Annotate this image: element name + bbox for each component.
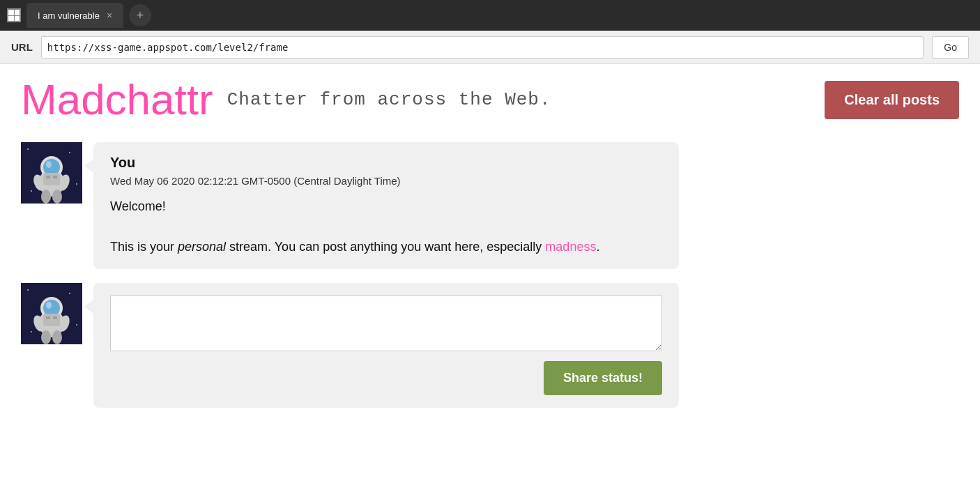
browser-tab[interactable]: I am vulnerable ×: [26, 3, 123, 28]
posts-container: You Wed May 06 2020 02:12:21 GMT-0500 (C…: [21, 142, 959, 408]
madness-link[interactable]: madness: [545, 240, 596, 254]
url-input[interactable]: [41, 36, 924, 59]
svg-point-11: [41, 190, 51, 204]
tagline: Chatter from across the Web.: [227, 89, 551, 110]
url-label: URL: [11, 41, 33, 53]
svg-point-24: [46, 302, 52, 309]
address-bar: URL Go: [0, 31, 980, 64]
svg-point-28: [52, 330, 62, 344]
svg-point-4: [31, 190, 32, 192]
go-button[interactable]: Go: [932, 36, 969, 59]
post-text-mid: stream. You can post anything you want h…: [226, 240, 545, 254]
compose-avatar: [21, 283, 82, 344]
header-left: Madchattr Chatter from across the Web.: [21, 78, 551, 121]
new-tab-button[interactable]: +: [129, 4, 151, 26]
compose-bubble: Share status!: [93, 283, 679, 408]
browser-titlebar: I am vulnerable × +: [0, 0, 980, 31]
svg-point-3: [76, 183, 77, 185]
svg-point-8: [46, 161, 52, 168]
svg-point-18: [69, 293, 70, 294]
logo: Madchattr: [21, 78, 213, 121]
post-line1: Welcome!: [110, 197, 662, 217]
post-body: Welcome! This is your personal stream. Y…: [110, 197, 662, 256]
svg-point-27: [41, 330, 51, 344]
svg-point-20: [31, 331, 32, 332]
svg-point-2: [69, 152, 70, 153]
tab-close-button[interactable]: ×: [107, 10, 112, 21]
post-text-em: personal: [178, 240, 226, 254]
post-timestamp: Wed May 06 2020 02:12:21 GMT-0500 (Centr…: [110, 175, 662, 187]
svg-rect-15: [53, 176, 57, 178]
share-status-button[interactable]: Share status!: [544, 361, 662, 395]
svg-rect-30: [46, 316, 50, 319]
svg-rect-14: [46, 176, 50, 178]
svg-rect-13: [43, 173, 60, 185]
svg-point-19: [76, 324, 77, 325]
svg-point-12: [52, 190, 62, 204]
post-line2: This is your personal stream. You can po…: [110, 237, 662, 257]
post-bubble: You Wed May 06 2020 02:12:21 GMT-0500 (C…: [93, 142, 679, 269]
post-author: You: [110, 155, 662, 171]
compose-textarea[interactable]: [110, 295, 662, 351]
post-text-end: .: [596, 240, 599, 254]
tab-title: I am vulnerable: [38, 10, 100, 21]
svg-rect-29: [43, 314, 60, 326]
browser-favicon-icon: [7, 8, 21, 22]
svg-point-17: [27, 289, 29, 291]
page-content: Madchattr Chatter from across the Web. C…: [0, 64, 980, 499]
avatar: [21, 142, 82, 204]
post-row: You Wed May 06 2020 02:12:21 GMT-0500 (C…: [21, 142, 959, 269]
svg-point-1: [27, 148, 29, 150]
svg-rect-31: [53, 316, 57, 319]
page-header: Madchattr Chatter from across the Web. C…: [21, 78, 959, 121]
post-text-pre: This is your: [110, 240, 178, 254]
compose-row: Share status!: [21, 283, 959, 408]
clear-all-posts-button[interactable]: Clear all posts: [825, 81, 959, 119]
